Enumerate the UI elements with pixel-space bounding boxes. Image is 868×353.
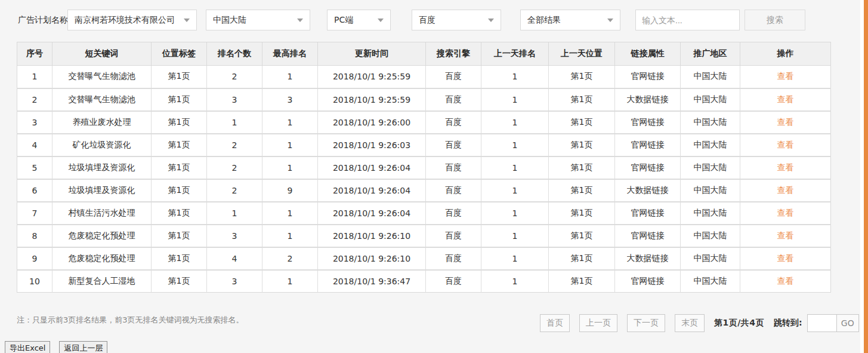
view-link[interactable]: 查看 (777, 162, 794, 172)
region-select[interactable]: 中国大陆 (206, 10, 310, 30)
campaign-select[interactable]: 南京柯若环境技术有限公司 (67, 10, 197, 30)
cell-prevday-position: 第1页 (549, 202, 615, 225)
cell-index: 4 (17, 134, 52, 156)
go-button[interactable]: GO (836, 314, 859, 332)
cell-search-engine: 百度 (426, 134, 481, 156)
last-page-button[interactable]: 末页 (675, 314, 705, 332)
cell-update-time: 2018/10/1 9:26:10 (318, 225, 426, 247)
cell-search-engine: 百度 (426, 179, 481, 202)
cell-position-tag: 第1页 (152, 111, 207, 134)
jump-to-label: 跳转到: (774, 318, 802, 329)
cell-link-type: 官网链接 (615, 270, 681, 293)
cell-search-engine: 百度 (426, 88, 481, 111)
cell-action: 查看 (740, 156, 831, 179)
cell-update-time: 2018/10/1 9:26:04 (318, 156, 426, 179)
cell-rank-count: 2 (207, 134, 262, 156)
cell-search-engine: 百度 (426, 225, 481, 247)
view-link[interactable]: 查看 (777, 94, 794, 104)
cell-region: 中国大陆 (681, 179, 740, 202)
cell-prevday-position: 第1页 (549, 270, 615, 293)
back-button[interactable]: 返回上一层 (59, 341, 107, 353)
cell-index: 3 (17, 111, 52, 134)
view-link[interactable]: 查看 (777, 140, 794, 149)
cell-region: 中国大陆 (681, 66, 740, 88)
cell-update-time: 2018/10/1 9:26:03 (318, 134, 426, 156)
cell-search-engine: 百度 (426, 111, 481, 134)
first-page-button[interactable]: 首页 (540, 314, 570, 332)
cell-index: 10 (17, 270, 52, 293)
cell-search-engine: 百度 (426, 247, 481, 270)
cell-index: 5 (17, 156, 52, 179)
device-select-value: PC端 (334, 15, 353, 26)
column-header-position-tag: 位置标签 (152, 42, 207, 66)
view-link[interactable]: 查看 (777, 253, 794, 263)
result-filter-select[interactable]: 全部结果 (520, 10, 620, 30)
cell-index: 7 (17, 202, 52, 225)
region-select-value: 中国大陆 (213, 15, 246, 26)
table-row: 5垃圾填埋及资源化第1页212018/10/1 9:26:04百度1第1页官网链… (17, 156, 831, 179)
column-header-keyword: 短关键词 (52, 42, 152, 66)
cell-prevday-rank: 1 (481, 66, 549, 88)
view-link[interactable]: 查看 (777, 276, 794, 286)
cell-prevday-rank: 1 (481, 111, 549, 134)
cell-best-rank: 3 (262, 88, 318, 111)
cell-update-time: 2018/10/1 9:25:59 (318, 66, 426, 88)
view-link[interactable]: 查看 (777, 185, 794, 195)
table-row: 2交替曝气生物滤池第1页332018/10/1 9:25:59百度1第1页大数据… (17, 88, 831, 111)
note-text: 注：只显示前3页排名结果，前3页无排名关键词视为无搜索排名。 (17, 315, 244, 326)
cell-action: 查看 (740, 111, 831, 134)
prev-page-button[interactable]: 上一页 (579, 314, 617, 332)
view-link[interactable]: 查看 (777, 231, 794, 240)
table-row: 8危废稳定化预处理第1页312018/10/1 9:26:10百度1第1页官网链… (17, 225, 831, 247)
cell-position-tag: 第1页 (152, 66, 207, 88)
chevron-down-icon (184, 19, 190, 22)
cell-position-tag: 第1页 (152, 134, 207, 156)
column-header-best-rank: 最高排名 (262, 42, 318, 66)
cell-position-tag: 第1页 (152, 202, 207, 225)
cell-region: 中国大陆 (681, 88, 740, 111)
campaign-name-label: 广告计划名称: (18, 10, 71, 30)
cell-link-type: 官网链接 (615, 111, 681, 134)
cell-prevday-position: 第1页 (549, 111, 615, 134)
cell-update-time: 2018/10/1 9:26:10 (318, 247, 426, 270)
cell-action: 查看 (740, 270, 831, 293)
cell-keyword: 村镇生活污水处理 (52, 202, 152, 225)
cell-prevday-position: 第1页 (549, 134, 615, 156)
cell-prevday-position: 第1页 (549, 66, 615, 88)
engine-select[interactable]: 百度 (412, 10, 501, 30)
search-button[interactable]: 搜索 (745, 10, 805, 30)
device-select[interactable]: PC端 (327, 10, 391, 30)
right-accent-strip (864, 0, 868, 353)
view-link[interactable]: 查看 (777, 71, 794, 81)
cell-prevday-position: 第1页 (549, 225, 615, 247)
cell-search-engine: 百度 (426, 156, 481, 179)
cell-position-tag: 第1页 (152, 225, 207, 247)
column-header-rank-count: 排名个数 (207, 42, 262, 66)
chevron-down-icon (297, 19, 303, 22)
cell-rank-count: 2 (207, 156, 262, 179)
cell-update-time: 2018/10/1 9:36:47 (318, 270, 426, 293)
cell-region: 中国大陆 (681, 202, 740, 225)
cell-keyword: 垃圾填埋及资源化 (52, 156, 152, 179)
cell-action: 查看 (740, 88, 831, 111)
cell-prevday-rank: 1 (481, 156, 549, 179)
engine-select-value: 百度 (419, 15, 435, 26)
search-input[interactable] (635, 10, 740, 30)
export-excel-button[interactable]: 导出Excel (5, 341, 50, 353)
view-link[interactable]: 查看 (777, 208, 794, 217)
cell-prevday-rank: 1 (481, 202, 549, 225)
cell-region: 中国大陆 (681, 134, 740, 156)
keyword-ranking-table: 序号短关键词位置标签排名个数最高排名更新时间搜索引擎上一天排名上一天位置链接属性… (17, 42, 831, 293)
cell-rank-count: 1 (207, 202, 262, 225)
next-page-button[interactable]: 下一页 (627, 314, 665, 332)
jump-page-input[interactable] (807, 314, 837, 332)
column-header-search-engine: 搜索引擎 (426, 42, 481, 66)
cell-position-tag: 第1页 (152, 270, 207, 293)
cell-index: 6 (17, 179, 52, 202)
cell-position-tag: 第1页 (152, 247, 207, 270)
view-link[interactable]: 查看 (777, 117, 794, 127)
cell-rank-count: 2 (207, 66, 262, 88)
cell-link-type: 大数据链接 (615, 88, 681, 111)
table-row: 3养殖业废水处理第1页112018/10/1 9:26:00百度1第1页官网链接… (17, 111, 831, 134)
column-header-prevday-rank: 上一天排名 (481, 42, 549, 66)
